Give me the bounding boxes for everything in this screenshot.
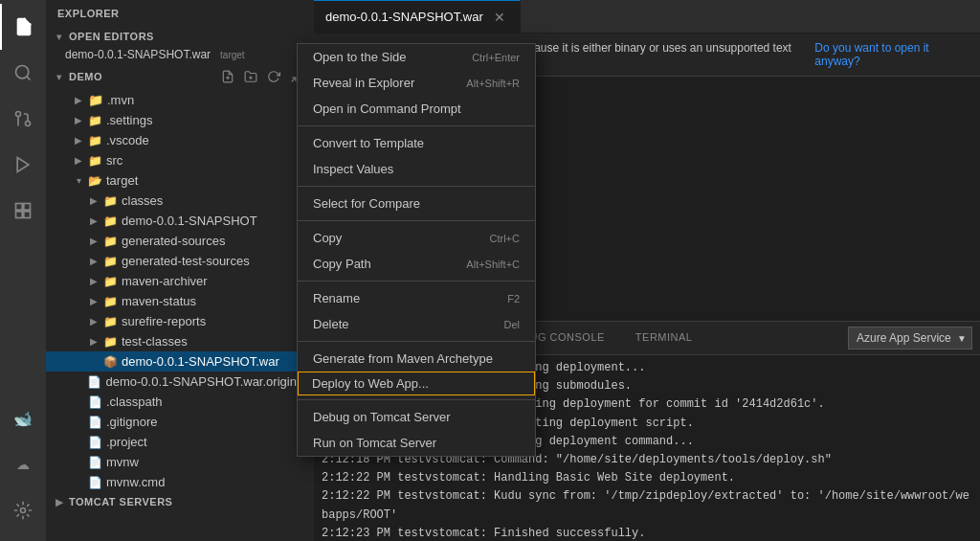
- folder-icon: 📁: [88, 134, 102, 147]
- menu-item-reveal-explorer[interactable]: Reveal in Explorer Alt+Shift+R: [298, 70, 535, 96]
- settings-icon[interactable]: [0, 487, 46, 533]
- docker-icon[interactable]: 🐋: [0, 395, 46, 441]
- new-file-button[interactable]: [218, 67, 237, 86]
- menu-item-rename[interactable]: Rename F2: [298, 285, 535, 311]
- war-file-icon: 📦: [103, 355, 118, 369]
- open-editor-item[interactable]: demo-0.0.1-SNAPSHOT.war target: [46, 46, 314, 63]
- folder-icon: 📁: [103, 214, 118, 228]
- menu-open-side-shortcut: Ctrl+Enter: [472, 52, 520, 63]
- extensions-icon[interactable]: [0, 188, 46, 234]
- tab-war-file[interactable]: demo-0.0.1-SNAPSHOT.war ✕: [314, 0, 521, 34]
- menu-item-debug-tomcat[interactable]: Debug on Tomcat Server: [298, 404, 535, 430]
- open-editors-list: demo-0.0.1-SNAPSHOT.war target: [46, 46, 314, 63]
- menu-item-generate-archetype[interactable]: Generate from Maven Archetype: [298, 346, 535, 372]
- gen-sources-chevron: ▶: [88, 236, 100, 246]
- debug-icon[interactable]: [0, 142, 46, 188]
- menu-convert-label: Convert to Template: [313, 136, 520, 150]
- tree-item-settings[interactable]: ▶ 📁 .settings: [46, 110, 314, 130]
- menu-separator-5: [298, 341, 535, 342]
- tab-close-button[interactable]: ✕: [491, 9, 508, 26]
- menu-item-open-side[interactable]: Open to the Side Ctrl+Enter: [298, 44, 535, 70]
- svg-point-10: [21, 508, 26, 513]
- tree-item-mvn[interactable]: ▶ 📁 .mvn: [46, 90, 314, 110]
- search-icon[interactable]: [0, 50, 46, 96]
- tree-item-maven-archiver[interactable]: ▶ 📁 maven-archiver: [46, 271, 314, 291]
- menu-item-convert-template[interactable]: Convert to Template: [298, 130, 535, 156]
- file-icon: 📄: [88, 436, 102, 449]
- source-control-icon[interactable]: [0, 96, 46, 142]
- tree-item-generated-sources[interactable]: ▶ 📁 generated-sources: [46, 231, 314, 251]
- gen-test-chevron: ▶: [88, 256, 100, 266]
- svg-line-1: [27, 77, 31, 80]
- menu-separator-4: [298, 281, 535, 282]
- menu-item-copy-path[interactable]: Copy Path Alt+Shift+C: [298, 251, 535, 277]
- open-editors-section-header[interactable]: ▾ Open Editors: [46, 27, 314, 46]
- tree-item-mvnw[interactable]: ▶ 📄 mvnw: [46, 452, 314, 472]
- mvn-label: .mvn: [107, 93, 134, 107]
- settings-label: .settings: [106, 113, 152, 127]
- tab-label: demo-0.0.1-SNAPSHOT.war: [325, 10, 483, 24]
- maven-status-label: maven-status: [122, 294, 196, 308]
- maven-archiver-chevron: ▶: [88, 276, 100, 286]
- folder-icon: 📁: [103, 194, 118, 208]
- mvnw-cmd-label: mvnw.cmd: [106, 475, 165, 489]
- tab-bar: demo-0.0.1-SNAPSHOT.war ✕: [314, 0, 980, 34]
- tomcat-section-header[interactable]: ▶ Tomcat Servers: [46, 492, 314, 511]
- demo-label: Demo: [69, 71, 102, 82]
- menu-open-side-label: Open to the Side: [313, 50, 457, 64]
- tree-item-demo-folder[interactable]: ▶ 📁 demo-0.0.1-SNAPSHOT: [46, 211, 314, 231]
- maven-archiver-label: maven-archiver: [122, 274, 208, 288]
- output-line: 2:12:22 PM testvstomcat: Handling Basic …: [322, 469, 972, 487]
- demo-folder-label: demo-0.0.1-SNAPSHOT: [122, 214, 257, 228]
- menu-item-run-tomcat[interactable]: Run on Tomcat Server: [298, 430, 535, 456]
- demo-folder-chevron: ▶: [88, 215, 100, 226]
- tree-item-gitignore[interactable]: ▶ 📄 .gitignore: [46, 412, 314, 432]
- menu-deploy-label: Deploy to Web App...: [312, 376, 521, 391]
- panel-tab-terminal[interactable]: TERMINAL: [620, 322, 708, 355]
- menu-item-deploy-web-app[interactable]: Deploy to Web App...: [298, 372, 535, 395]
- tree-item-src[interactable]: ▶ 📁 src: [46, 150, 314, 170]
- tree-item-classes[interactable]: ▶ 📁 classes: [46, 191, 314, 211]
- folder-icon: 📁: [88, 154, 102, 168]
- menu-run-tomcat-label: Run on Tomcat Server: [313, 436, 520, 450]
- menu-inspect-label: Inspect Values: [313, 162, 520, 176]
- tree-item-maven-status[interactable]: ▶ 📁 maven-status: [46, 291, 314, 311]
- azure-icon[interactable]: ☁: [0, 441, 46, 487]
- svg-point-2: [26, 122, 31, 126]
- demo-section-header[interactable]: ▾ Demo: [46, 63, 314, 90]
- settings-chevron: ▶: [73, 115, 84, 125]
- menu-separator-1: [298, 125, 535, 126]
- tree-item-war-file[interactable]: 📦 demo-0.0.1-SNAPSHOT.war: [46, 351, 314, 372]
- folder-icon: 📁: [103, 255, 118, 268]
- vscode-label: .vscode: [106, 133, 149, 147]
- gen-test-label: generated-test-sources: [122, 254, 250, 268]
- open-editors-label: Open Editors: [69, 31, 154, 42]
- menu-item-delete[interactable]: Delete Del: [298, 311, 535, 337]
- menu-item-copy[interactable]: Copy Ctrl+C: [298, 225, 535, 251]
- menu-item-inspect-values[interactable]: Inspect Values: [298, 156, 535, 182]
- folder-icon: 📁: [103, 295, 118, 308]
- tree-item-vscode[interactable]: ▶ 📁 .vscode: [46, 130, 314, 150]
- menu-item-select-compare[interactable]: Select for Compare: [298, 191, 535, 216]
- tree-item-generated-test-sources[interactable]: ▶ 📁 generated-test-sources: [46, 251, 314, 271]
- menu-item-open-command-prompt[interactable]: Open in Command Prompt: [298, 96, 535, 122]
- tree-item-classpath[interactable]: ▶ 📄 .classpath: [46, 392, 314, 412]
- tree-item-test-classes[interactable]: ▶ 📁 test-classes: [46, 331, 314, 351]
- file-icon: 📄: [88, 416, 102, 429]
- files-icon[interactable]: [0, 4, 46, 50]
- menu-rename-shortcut: F2: [507, 293, 520, 304]
- refresh-button[interactable]: [264, 67, 283, 86]
- tree-item-project[interactable]: ▶ 📄 .project: [46, 432, 314, 452]
- new-folder-button[interactable]: [241, 67, 260, 86]
- file-icon: 📄: [87, 375, 101, 389]
- svg-rect-8: [24, 212, 31, 218]
- output-source-dropdown[interactable]: Azure App Service: [848, 327, 972, 349]
- open-editor-filename: demo-0.0.1-SNAPSHOT.war: [65, 48, 211, 61]
- target-chevron: ▾: [73, 175, 84, 186]
- menu-separator-2: [298, 186, 535, 187]
- notification-link[interactable]: Do you want to open it anyway?: [814, 41, 965, 68]
- tree-item-mvnw-cmd[interactable]: ▶ 📄 mvnw.cmd: [46, 472, 314, 492]
- tree-item-war-original[interactable]: 📄 demo-0.0.1-SNAPSHOT.war.original: [46, 372, 314, 392]
- tree-item-target[interactable]: ▾ 📂 target: [46, 170, 314, 191]
- tree-item-surefire-reports[interactable]: ▶ 📁 surefire-reports: [46, 311, 314, 331]
